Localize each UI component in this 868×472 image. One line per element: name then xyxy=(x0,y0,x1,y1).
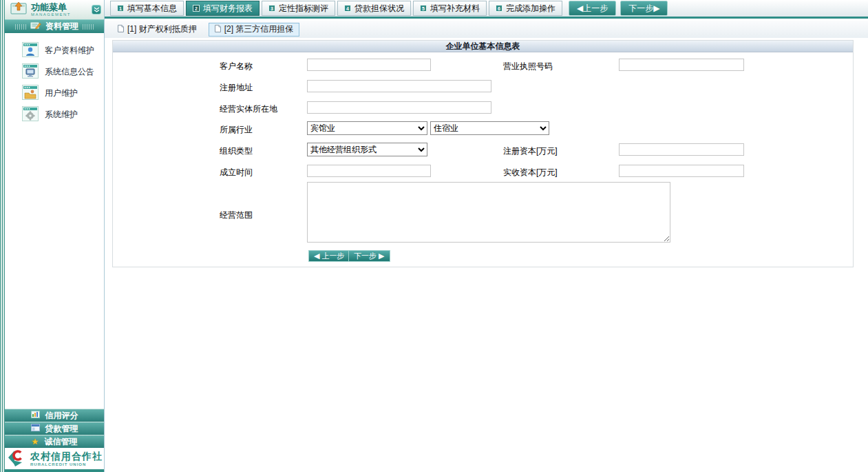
business-scope-textarea[interactable] xyxy=(307,182,670,243)
top-prev-step-button[interactable]: ◀上一步 xyxy=(569,1,616,16)
form-next-step-button[interactable]: 下一步 ▶ xyxy=(348,250,390,262)
established-date-input[interactable] xyxy=(307,165,431,177)
tab-number-icon: 4 xyxy=(344,5,351,12)
app-window: 功能菜单 MANAGEMENT 资料管理 xyxy=(0,0,868,472)
function-menu-icon xyxy=(10,1,27,18)
sidebar: 功能菜单 MANAGEMENT 资料管理 xyxy=(5,0,105,472)
credit-union-logo: 农村信用合作社 RURALCREDIT UNION xyxy=(5,448,104,472)
sidebar-item-label: 客户资料维护 xyxy=(45,45,94,57)
industry-category-select[interactable]: 宾馆业 xyxy=(307,121,427,135)
loan-management-icon xyxy=(31,424,40,433)
sidebar-section-loan-management[interactable]: 贷款管理 xyxy=(5,422,104,435)
sidebar-item-system-maintenance[interactable]: 系统维护 xyxy=(5,104,104,125)
sidebar-item-system-announcement[interactable]: 系统信息公告 xyxy=(5,61,104,83)
customer-name-label: 客户名称 xyxy=(220,61,253,72)
tab-basic-info[interactable]: 1 填写基本信息 xyxy=(110,1,184,16)
subtab-label: [2] 第三方信用担保 xyxy=(224,23,294,35)
sidebar-header-text: 功能菜单 MANAGEMENT xyxy=(31,3,92,17)
customer-name-input[interactable] xyxy=(307,59,431,71)
tab-loan-guarantee[interactable]: 4 贷款担保状况 xyxy=(337,1,411,16)
registered-address-input[interactable] xyxy=(307,80,491,92)
registered-address-label: 注册地址 xyxy=(220,82,253,94)
top-next-step-button[interactable]: 下一步▶ xyxy=(620,1,668,16)
system-maintenance-icon xyxy=(22,106,39,124)
established-date-label: 成立时间 xyxy=(220,167,253,178)
section-label: 资料管理 xyxy=(45,21,78,32)
bottom-section-label: 信用评分 xyxy=(45,410,78,422)
collapse-menu-button[interactable] xyxy=(92,5,101,14)
section-bar-ticks-left xyxy=(15,24,26,30)
sidebar-title: 功能菜单 xyxy=(31,3,92,12)
tab-number-icon: 2 xyxy=(193,5,200,12)
tab-qualitative-evaluation[interactable]: 3 定性指标测评 xyxy=(262,1,335,16)
logo-title: 农村信用合作社 xyxy=(30,451,103,461)
industry-sub-select[interactable]: 住宿业 xyxy=(430,121,549,135)
sidebar-header: 功能菜单 MANAGEMENT xyxy=(5,0,104,19)
sidebar-item-customer-profile[interactable]: 客户资料维护 xyxy=(5,40,104,61)
paid-in-capital-label: 实收资本[万元] xyxy=(503,167,558,178)
org-type-select[interactable]: 其他经营组织形式 xyxy=(307,143,427,156)
bottom-section-label: 贷款管理 xyxy=(45,423,78,435)
sidebar-item-user-maintenance[interactable]: 用户维护 xyxy=(5,83,104,104)
org-type-label: 组织类型 xyxy=(220,145,253,157)
tab-complete-operation[interactable]: 6 完成添加操作 xyxy=(489,1,562,16)
tab-label: 定性指标测评 xyxy=(279,3,328,14)
tab-financial-report[interactable]: 2 填写财务报表 xyxy=(186,1,260,16)
tab-number-icon: 3 xyxy=(268,5,275,12)
system-announcement-icon xyxy=(22,63,39,81)
sidebar-item-label: 用户维护 xyxy=(45,88,78,99)
main-content: 1 填写基本信息 2 填写财务报表 3 定性指标测评 4 贷款担保状况 5 填写… xyxy=(105,0,868,472)
document-icon xyxy=(118,25,124,34)
industry-label: 所属行业 xyxy=(220,124,253,136)
form-prev-step-button[interactable]: ◀ 上一步 xyxy=(308,250,350,262)
user-maintenance-icon xyxy=(22,85,39,103)
subtab-label: [1] 财产权利抵质押 xyxy=(127,23,197,35)
tab-supplementary-materials[interactable]: 5 填写补充材料 xyxy=(413,1,487,16)
form-title: 企业单位基本信息表 xyxy=(113,41,853,52)
tab-number-icon: 6 xyxy=(496,5,502,12)
left-edge-stripe xyxy=(0,0,5,472)
sidebar-section-data-management[interactable]: 资料管理 xyxy=(5,19,104,33)
business-scope-label: 经营范围 xyxy=(220,209,253,221)
registered-capital-label: 注册资本[万元] xyxy=(503,145,558,157)
tab-label: 填写财务报表 xyxy=(203,3,253,14)
credit-score-icon xyxy=(31,411,40,420)
credit-union-logo-text: 农村信用合作社 RURALCREDIT UNION xyxy=(30,451,103,466)
tab-label: 填写基本信息 xyxy=(127,3,177,14)
subtab-property-pledge[interactable]: [1] 财产权利抵质押 xyxy=(112,23,203,37)
credit-union-logo-mark xyxy=(6,448,27,470)
bottom-section-label: 诚信管理 xyxy=(44,436,77,448)
sidebar-menu: 客户资料维护 系统信息公告 xyxy=(5,33,104,125)
integrity-star-icon: ★ xyxy=(32,438,39,446)
workflow-tab-bar: 1 填写基本信息 2 填写财务报表 3 定性指标测评 4 贷款担保状况 5 填写… xyxy=(105,0,868,19)
guarantee-subtab-bar: [1] 财产权利抵质押 [2] 第三方信用担保 xyxy=(105,21,868,38)
logo-subtitle: RURALCREDIT UNION xyxy=(30,462,103,466)
sidebar-section-integrity-management[interactable]: ★ 诚信管理 xyxy=(5,435,104,448)
tab-label: 贷款担保状况 xyxy=(354,3,404,14)
tab-number-icon: 1 xyxy=(117,5,124,12)
sidebar-section-credit-score[interactable]: 信用评分 xyxy=(5,409,104,422)
sidebar-subtitle: MANAGEMENT xyxy=(31,12,92,17)
sidebar-item-label: 系统信息公告 xyxy=(45,66,94,78)
paid-in-capital-input[interactable] xyxy=(619,165,744,177)
tab-label: 完成添加操作 xyxy=(506,3,555,14)
entity-location-label: 经营实体所在地 xyxy=(220,103,277,115)
tab-number-icon: 5 xyxy=(420,5,427,12)
business-license-input[interactable] xyxy=(619,59,744,71)
tab-label: 填写补充材料 xyxy=(430,3,480,14)
subtab-third-party-credit[interactable]: [2] 第三方信用担保 xyxy=(209,23,300,37)
registered-capital-input[interactable] xyxy=(619,143,744,156)
edit-pencil-icon xyxy=(30,21,41,32)
business-license-label: 营业执照号码 xyxy=(503,61,553,72)
enterprise-info-form: 企业单位基本信息表 客户名称 营业执照号码 注册地址 经营实体所在地 所属行业 … xyxy=(112,40,854,267)
entity-location-input[interactable] xyxy=(307,101,491,114)
section-bar-ticks-right xyxy=(83,24,94,30)
sidebar-item-label: 系统维护 xyxy=(45,109,78,121)
customer-profile-icon xyxy=(22,42,39,60)
document-icon xyxy=(215,25,221,34)
sidebar-spacer xyxy=(5,125,104,409)
